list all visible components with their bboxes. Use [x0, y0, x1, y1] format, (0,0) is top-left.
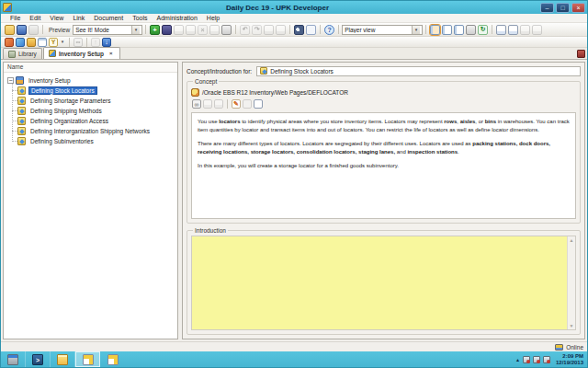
- tree-item[interactable]: Defining Interorganization Shipping Netw…: [17, 126, 175, 136]
- tree-item[interactable]: Defining Organization Access: [17, 116, 175, 126]
- introduction-scrollbar[interactable]: ▲ ▼: [567, 236, 575, 329]
- new-item-icon[interactable]: +: [150, 25, 160, 35]
- refresh-icon[interactable]: ↻: [478, 25, 488, 35]
- chevron-down-icon[interactable]: ▾: [412, 26, 420, 34]
- remove-link-icon[interactable]: [243, 99, 252, 109]
- tree-item-label-selected[interactable]: Defining Stock Locators: [28, 86, 97, 95]
- toolbar-separator: [425, 25, 426, 34]
- scroll-down-icon[interactable]: ▼: [570, 323, 574, 328]
- tree-item-label[interactable]: Defining Organization Access: [28, 118, 110, 124]
- tree-root-label[interactable]: Inventory Setup: [27, 77, 73, 84]
- tree-item[interactable]: Defining Stock Locators: [17, 86, 175, 96]
- powershell-button[interactable]: >: [26, 351, 51, 367]
- tree-item[interactable]: Defining Subinventories: [17, 136, 175, 146]
- spellcheck-icon[interactable]: [306, 25, 316, 35]
- delete-icon[interactable]: ×: [198, 25, 208, 35]
- server-manager-button[interactable]: [1, 351, 26, 367]
- restore-button[interactable]: □: [556, 3, 570, 13]
- move-down-icon[interactable]: ↓: [102, 38, 111, 47]
- open-icon[interactable]: [5, 25, 15, 35]
- introduction-editor[interactable]: ▲ ▼: [191, 236, 576, 330]
- introduction-group: Introduction ▲ ▼: [187, 227, 581, 335]
- file-explorer-button[interactable]: [51, 351, 75, 367]
- player-view-select[interactable]: Player view ▾: [342, 25, 423, 35]
- create-link-icon[interactable]: ∞: [192, 99, 201, 109]
- outline-view-icon[interactable]: [430, 25, 440, 35]
- move-up-icon[interactable]: ↑: [91, 38, 100, 47]
- taskbar-clock[interactable]: 2:09 PM 12/19/2013: [553, 353, 587, 366]
- menu-help[interactable]: Help: [202, 15, 224, 21]
- tree-item-label[interactable]: Defining Shipping Methods: [28, 108, 104, 114]
- tree-column-header[interactable]: Name: [4, 63, 177, 73]
- preview-label: Preview: [49, 27, 70, 33]
- volume-muted-icon[interactable]: [543, 356, 550, 363]
- tab-close-icon[interactable]: ×: [107, 50, 115, 57]
- tree-item[interactable]: Defining Shipping Methods: [17, 106, 175, 116]
- menu-administration[interactable]: Administration: [152, 15, 201, 21]
- scroll-up-icon[interactable]: ▲: [570, 237, 574, 243]
- print-icon[interactable]: [28, 25, 39, 35]
- pane-close-icon[interactable]: [577, 50, 585, 58]
- copy-icon[interactable]: [174, 25, 184, 35]
- import-icon[interactable]: [16, 38, 25, 47]
- menu-tools[interactable]: Tools: [128, 15, 152, 21]
- preview-pane-icon[interactable]: [38, 38, 47, 47]
- pane-properties-icon[interactable]: [466, 25, 476, 35]
- tree-item[interactable]: Defining Shortage Parameters: [17, 96, 175, 106]
- collapse-icon[interactable]: −: [7, 77, 14, 84]
- check-in-icon[interactable]: [264, 25, 274, 35]
- tree-item-label[interactable]: Defining Interorganization Shipping Netw…: [28, 128, 152, 134]
- export-icon[interactable]: [5, 38, 14, 47]
- redo-icon[interactable]: ↷: [252, 25, 262, 35]
- upk-document-icon: [107, 354, 119, 365]
- duplicate-icon[interactable]: [209, 25, 220, 35]
- menu-file[interactable]: File: [6, 15, 25, 21]
- filter-dropdown-icon[interactable]: ▾: [59, 38, 66, 46]
- chevron-down-icon[interactable]: ▾: [131, 26, 140, 34]
- preview-mode-select[interactable]: See It! Mode ▾: [73, 25, 142, 35]
- menu-document[interactable]: Document: [89, 15, 128, 21]
- find-icon[interactable]: [294, 25, 304, 35]
- help-icon[interactable]: ?: [324, 25, 334, 35]
- split-view-icon[interactable]: [454, 25, 464, 35]
- check-out-icon[interactable]: [276, 25, 286, 35]
- tab-inventory-setup[interactable]: Inventory Setup ×: [43, 47, 120, 59]
- upk-player-taskbar-button[interactable]: [100, 351, 125, 367]
- details-view-icon[interactable]: [442, 25, 452, 35]
- upk-developer-taskbar-button[interactable]: [75, 351, 100, 367]
- cancel-check-out-icon[interactable]: [532, 25, 542, 35]
- menu-edit[interactable]: Edit: [25, 15, 45, 21]
- tree-item-label[interactable]: Defining Shortage Parameters: [28, 98, 112, 104]
- filter-icon[interactable]: Y: [49, 38, 58, 47]
- module-icon: [49, 50, 56, 57]
- close-button[interactable]: ×: [571, 3, 585, 13]
- concept-text-box[interactable]: You use locators to identify physical ar…: [191, 112, 576, 219]
- document-check-in-icon[interactable]: [496, 25, 506, 35]
- tab-library[interactable]: Library: [3, 48, 42, 59]
- properties-icon[interactable]: [221, 25, 232, 35]
- preview-document-icon[interactable]: [254, 99, 263, 109]
- paste-icon[interactable]: [186, 25, 196, 35]
- edit-pencil-icon[interactable]: ✎: [232, 99, 241, 109]
- save-icon[interactable]: [17, 25, 27, 35]
- action-center-icon[interactable]: [533, 356, 540, 363]
- publish-icon[interactable]: [27, 38, 36, 47]
- tree-root-row[interactable]: − Inventory Setup: [6, 75, 175, 86]
- network-status-icon[interactable]: [523, 356, 530, 363]
- document-history-icon[interactable]: [520, 25, 530, 35]
- view-document-icon[interactable]: [203, 99, 212, 109]
- copy-document-icon[interactable]: [214, 99, 223, 109]
- related-links-icon[interactable]: ∞: [74, 38, 83, 47]
- tray-expand-icon[interactable]: ▴: [516, 356, 519, 362]
- main-area: Name − Inventory Setup Defining Stock Lo…: [1, 60, 587, 341]
- menu-link[interactable]: Link: [68, 15, 89, 21]
- record-sound-icon[interactable]: [162, 25, 172, 35]
- menu-view[interactable]: View: [45, 15, 68, 21]
- document-check-out-icon[interactable]: [508, 25, 518, 35]
- introduction-text-area[interactable]: [192, 236, 567, 329]
- minimize-button[interactable]: –: [540, 3, 554, 13]
- topic-icon: [17, 137, 26, 145]
- tree-item-label[interactable]: Defining Subinventories: [28, 138, 96, 144]
- online-status-label: Online: [566, 344, 583, 351]
- undo-icon[interactable]: ↶: [240, 25, 250, 35]
